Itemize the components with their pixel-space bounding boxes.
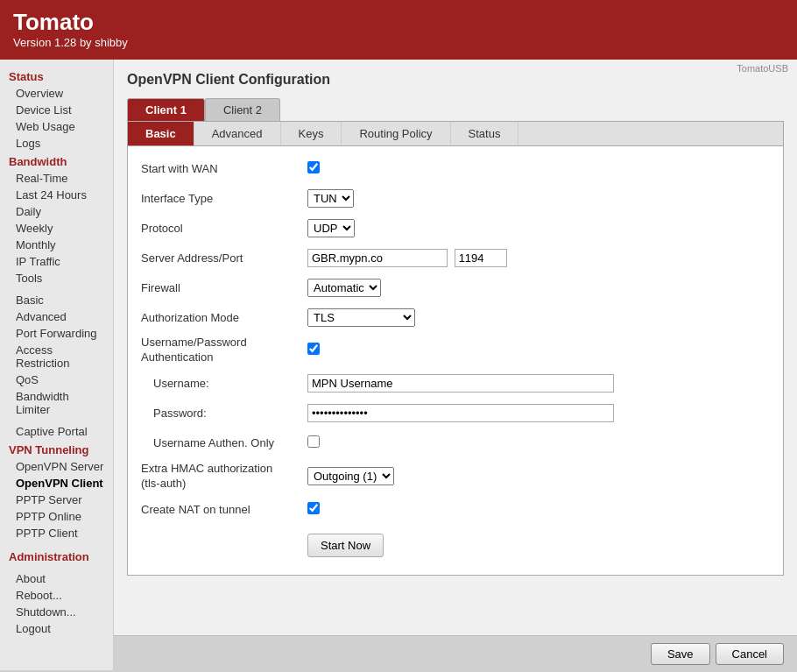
save-button[interactable]: Save [651, 643, 710, 665]
username-authen-only-checkbox[interactable] [307, 435, 320, 448]
username-row: Username: [141, 372, 770, 395]
password-control [307, 404, 614, 422]
username-authen-only-control [307, 435, 320, 450]
protocol-label: Protocol [141, 222, 307, 235]
interface-type-select[interactable]: TUN TAP [307, 189, 354, 208]
username-authen-only-label: Username Authen. Only [141, 436, 307, 449]
sidebar-bandwidth-label: Bandwidth [0, 152, 113, 170]
sidebar-item-pptp-online[interactable]: PPTP Online [0, 508, 113, 525]
sidebar-item-openvpn-client[interactable]: OpenVPN Client [0, 475, 113, 492]
interface-type-control: TUN TAP [307, 189, 354, 208]
sub-tab-keys[interactable]: Keys [281, 122, 342, 145]
sub-tabs: Basic Advanced Keys Routing Policy Statu… [128, 122, 783, 146]
sub-tab-status[interactable]: Status [451, 122, 519, 145]
sidebar-item-captive-portal[interactable]: Captive Portal [0, 423, 113, 440]
username-label: Username: [141, 377, 307, 390]
main-content: TomatoUSB OpenVPN Client Configuration C… [114, 60, 797, 670]
start-with-wan-control [307, 161, 320, 176]
firewall-label: Firewall [141, 281, 307, 294]
header: Tomato Version 1.28 by shibby [0, 0, 797, 60]
sidebar-item-advanced[interactable]: Advanced [0, 308, 113, 325]
sidebar-item-monthly[interactable]: Monthly [0, 237, 113, 253]
username-authen-only-row: Username Authen. Only [141, 432, 770, 455]
sidebar-item-openvpn-server[interactable]: OpenVPN Server [0, 458, 113, 475]
cancel-button[interactable]: Cancel [716, 643, 784, 665]
sidebar-item-daily[interactable]: Daily [0, 203, 113, 220]
hmac-control: Outgoing (1) Incoming (0) Bidirectional … [307, 467, 394, 485]
firewall-select[interactable]: Automatic None Custom [307, 279, 381, 297]
start-now-row: Start Now [141, 528, 770, 557]
start-with-wan-checkbox[interactable] [307, 161, 320, 173]
sidebar-item-last24[interactable]: Last 24 Hours [0, 187, 113, 203]
create-nat-control [307, 502, 320, 517]
page-title: OpenVPN Client Configuration [127, 72, 784, 88]
password-label: Password: [141, 407, 307, 420]
sub-tab-advanced[interactable]: Advanced [194, 122, 281, 145]
user-pass-auth-row: Username/PasswordAuthentication [141, 336, 770, 365]
sidebar-item-port-forwarding[interactable]: Port Forwarding [0, 325, 113, 342]
form-content: Start with WAN Interface Type TUN TAP [128, 146, 783, 575]
sub-tab-routing-policy[interactable]: Routing Policy [342, 122, 450, 145]
protocol-select[interactable]: UDP TCP [307, 219, 355, 237]
sidebar-item-shutdown[interactable]: Shutdown... [0, 604, 113, 620]
username-input[interactable] [307, 374, 614, 393]
client-tab-2[interactable]: Client 2 [205, 98, 280, 121]
password-row: Password: [141, 402, 770, 425]
sidebar-item-tools[interactable]: Tools [0, 270, 113, 286]
hmac-row: Extra HMAC authorization(tls-auth) Outgo… [141, 462, 770, 492]
sidebar: Status Overview Device List Web Usage Lo… [0, 60, 114, 670]
sidebar-vpn-label: VPN Tunneling [0, 440, 113, 458]
sidebar-item-logs[interactable]: Logs [0, 135, 113, 152]
auth-mode-row: Authorization Mode TLS Static Key TLS + … [141, 306, 770, 329]
sidebar-item-pptp-client[interactable]: PPTP Client [0, 525, 113, 541]
app-version: Version 1.28 by shibby [13, 36, 784, 49]
sidebar-item-weekly[interactable]: Weekly [0, 220, 113, 237]
user-pass-auth-checkbox[interactable] [307, 343, 320, 355]
protocol-row: Protocol UDP TCP [141, 216, 770, 239]
protocol-control: UDP TCP [307, 219, 355, 237]
sidebar-admin-label: Administration [0, 547, 113, 565]
app-title: Tomato [13, 9, 784, 36]
hmac-select[interactable]: Outgoing (1) Incoming (0) Bidirectional … [307, 467, 394, 485]
start-with-wan-label: Start with WAN [141, 162, 307, 175]
sidebar-item-access-restriction[interactable]: Access Restriction [0, 342, 113, 371]
create-nat-row: Create NAT on tunnel [141, 499, 770, 521]
bottom-bar: Save Cancel [114, 635, 797, 670]
interface-type-row: Interface Type TUN TAP [141, 187, 770, 209]
tomatousb-label: TomatoUSB [737, 63, 788, 74]
sidebar-item-reboot[interactable]: Reboot... [0, 587, 113, 604]
server-address-control [307, 249, 507, 267]
hmac-label: Extra HMAC authorization(tls-auth) [141, 462, 307, 492]
sidebar-item-device-list[interactable]: Device List [0, 102, 113, 118]
sidebar-item-web-usage[interactable]: Web Usage [0, 118, 113, 135]
server-address-input[interactable] [307, 249, 448, 267]
create-nat-checkbox[interactable] [307, 502, 320, 514]
sidebar-item-overview[interactable]: Overview [0, 85, 113, 102]
sidebar-item-about[interactable]: About [0, 570, 113, 587]
server-address-label: Server Address/Port [141, 251, 307, 265]
auth-mode-label: Authorization Mode [141, 311, 307, 324]
server-address-row: Server Address/Port [141, 246, 770, 269]
start-now-button[interactable]: Start Now [307, 534, 384, 557]
auth-mode-select[interactable]: TLS Static Key TLS + User Auth [307, 308, 415, 327]
password-input[interactable] [307, 404, 614, 422]
client-tab-1[interactable]: Client 1 [127, 98, 205, 121]
sidebar-item-realtime[interactable]: Real-Time [0, 170, 113, 187]
auth-mode-control: TLS Static Key TLS + User Auth [307, 308, 415, 327]
interface-type-label: Interface Type [141, 192, 307, 205]
sidebar-status-label: Status [0, 67, 113, 85]
firewall-row: Firewall Automatic None Custom [141, 276, 770, 299]
sidebar-item-bandwidth-limiter[interactable]: Bandwidth Limiter [0, 388, 113, 418]
user-pass-auth-label: Username/PasswordAuthentication [141, 336, 307, 365]
sidebar-item-ip-traffic[interactable]: IP Traffic [0, 253, 113, 270]
sub-tab-basic[interactable]: Basic [128, 122, 194, 145]
username-control [307, 374, 614, 393]
config-panel: Basic Advanced Keys Routing Policy Statu… [127, 121, 784, 576]
sidebar-item-qos[interactable]: QoS [0, 371, 113, 388]
sidebar-item-pptp-server[interactable]: PPTP Server [0, 492, 113, 508]
server-port-input[interactable] [455, 249, 507, 267]
start-with-wan-row: Start with WAN [141, 157, 770, 180]
user-pass-auth-control [307, 343, 320, 357]
sidebar-item-logout[interactable]: Logout [0, 620, 113, 637]
sidebar-item-basic[interactable]: Basic [0, 292, 113, 308]
